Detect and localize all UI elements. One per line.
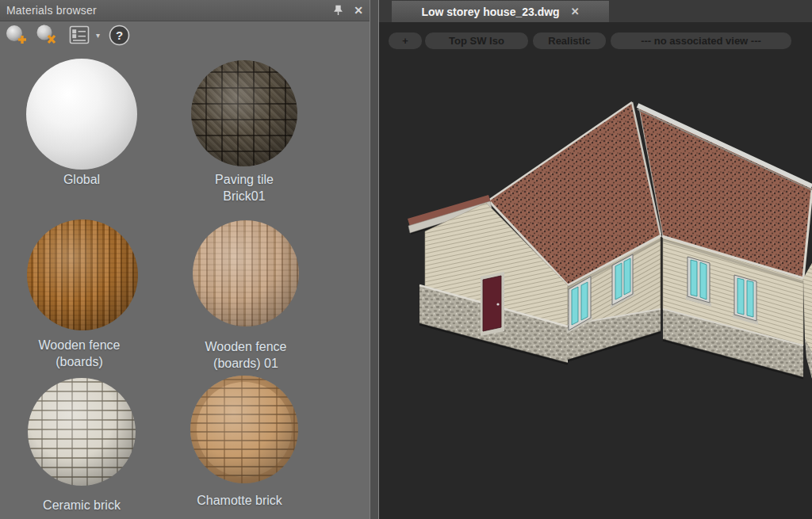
house-end-wall-right [803, 263, 812, 379]
cross-icon [48, 36, 55, 43]
svg-text:?: ? [116, 29, 123, 42]
panel-title: Materials browser [0, 4, 97, 17]
material-label: Wooden fence (boards) 01 [182, 338, 309, 372]
add-material-button[interactable] [5, 24, 29, 46]
delete-material-button[interactable] [34, 24, 58, 46]
view-mode-button[interactable] [68, 25, 90, 45]
material-item-paving-tile[interactable] [191, 60, 297, 166]
material-label: Global [18, 171, 145, 188]
materials-browser-panel: Materials browser ✕ [0, 0, 370, 519]
house-door [481, 272, 504, 336]
material-item-wooden-fence[interactable] [27, 219, 138, 330]
material-label: Paving tile Brick01 [181, 171, 308, 204]
material-sphere-paving-tile[interactable] [191, 60, 297, 166]
material-sphere-global[interactable] [26, 59, 137, 170]
material-label: Wooden fence (boards) [16, 337, 143, 370]
material-item-global[interactable] [26, 59, 137, 170]
house-3d-model [379, 22, 812, 519]
door-handle [496, 303, 499, 305]
material-item-chamotte-brick[interactable] [190, 376, 298, 483]
viewport-canvas[interactable]: + Top SW Iso Realistic --- no associated… [379, 22, 812, 519]
tab-close-icon[interactable]: ✕ [571, 6, 580, 17]
drawing-area: Low storey house_23.dwg ✕ + Top SW Iso R… [379, 0, 812, 519]
material-item-wooden-fence-01[interactable] [193, 220, 299, 326]
view-mode-dropdown[interactable]: ▾ [96, 31, 100, 40]
material-sphere-chamotte-brick[interactable] [190, 376, 298, 483]
house-window-4 [733, 275, 758, 325]
application-window: Materials browser ✕ [0, 0, 812, 519]
material-sphere-ceramic-brick[interactable] [28, 378, 136, 486]
material-label: Chamotte brick [176, 492, 303, 509]
panel-toolbar: ▾ ? [0, 21, 370, 48]
material-item-ceramic-brick[interactable] [28, 378, 136, 486]
document-tab[interactable]: Low storey house_23.dwg ✕ [392, 1, 609, 22]
material-sphere-wooden-fence[interactable] [27, 219, 138, 330]
close-panel-icon[interactable]: ✕ [352, 4, 365, 17]
document-tab-bar: Low storey house_23.dwg ✕ [379, 0, 812, 22]
house-window-3 [686, 257, 711, 307]
material-sphere-wooden-fence-01[interactable] [193, 220, 299, 326]
material-label: Ceramic brick [18, 497, 145, 513]
pin-icon[interactable] [331, 4, 344, 17]
panel-titlebar[interactable]: Materials browser ✕ [0, 0, 370, 21]
document-tab-title: Low storey house_23.dwg [421, 6, 559, 18]
panel-splitter[interactable] [370, 0, 379, 519]
help-button[interactable]: ? [109, 25, 130, 46]
